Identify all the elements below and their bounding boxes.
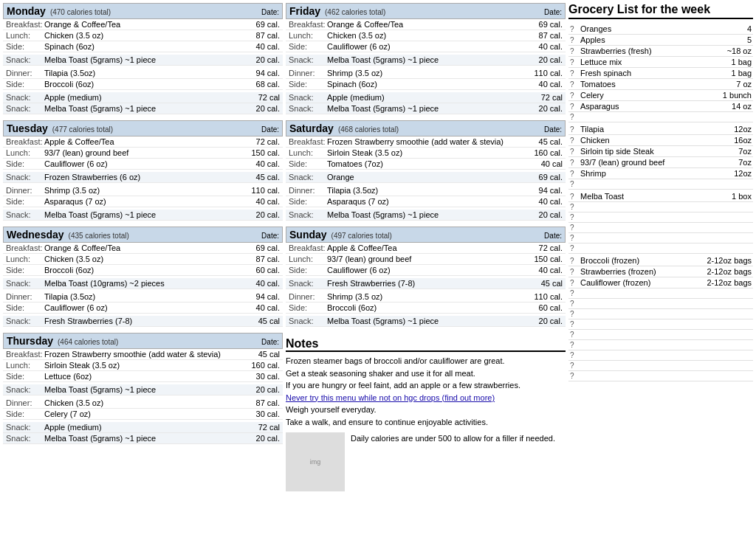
grocery-qty: 2-12oz bags [707, 256, 752, 265]
notes-link[interactable]: Never try this menu while not on hgc dro… [286, 393, 495, 402]
meal-cal: 40 cal. [527, 197, 563, 206]
meal-cal: 20 cal. [527, 104, 563, 113]
grocery-item: ? Broccoli (frozen) 2-12oz bags [568, 255, 753, 266]
meal-row: Side: Celery (7 oz) 30 cal. [3, 409, 283, 420]
grocery-name: Celery [580, 91, 707, 100]
grocery-item: ? [568, 299, 753, 309]
meal-cal: 69 cal. [244, 20, 280, 29]
meal-label: Side: [289, 266, 327, 274]
thursday-date: Date: [261, 338, 279, 346]
meal-cal: 110 cal. [244, 186, 280, 195]
meal-row: Snack: Apple (medium) 72 cal [3, 422, 283, 433]
grocery-check: ? [570, 113, 580, 121]
meal-name: Cauliflower (6 oz) [44, 303, 244, 312]
tuesday-section: Tuesday (477 calories total) Date: Break… [3, 120, 283, 221]
meal-row: Side: Broccoli (6oz) 60 cal. [286, 303, 566, 314]
meal-name: Apple (medium) [44, 93, 244, 102]
meal-row: Breakfast: Apple & Coffee/Tea 72 cal. [286, 243, 566, 254]
notes-line-3: If you are hungry or feel faint, add an … [286, 379, 566, 392]
meal-row: Dinner: Tilapia (3.5oz) 94 cal. [3, 68, 283, 79]
grocery-name: Asparagus [580, 102, 707, 111]
grocery-item: ? [568, 112, 753, 122]
meal-name: Cauliflower (6 oz) [44, 159, 244, 168]
grocery-check: ? [570, 80, 580, 89]
grocery-check: ? [570, 103, 580, 111]
notes-line-2: Get a steak seasoning shaker and use it … [286, 367, 566, 380]
meal-row: Snack: Melba Toast (5grams) ~1 piece 20 … [3, 384, 283, 395]
grocery-check: ? [570, 36, 580, 44]
meal-label: Snack: [6, 423, 44, 432]
meal-cal: 20 cal. [244, 385, 280, 394]
grocery-item: ? Strawberries (fresh) ~18 oz [568, 46, 753, 57]
meal-row: Snack: Melba Toast (5grams) ~1 piece 20 … [3, 210, 283, 221]
meal-label: Snack: [6, 55, 44, 64]
grocery-qty: 14 oz [707, 102, 752, 111]
meal-row: Dinner: Shrimp (3.5 oz) 110 cal. [3, 185, 283, 196]
meal-name: Lettuce (6oz) [44, 372, 244, 381]
grocery-check: ? [570, 203, 580, 211]
saturday-date: Date: [544, 125, 562, 134]
meal-row: Snack: Frozen Strawberries (6 oz) 45 cal… [3, 172, 283, 183]
meal-row: Dinner: Shrimp (3.5 oz) 110 cal. [286, 68, 566, 79]
grocery-frozen: ? Broccoli (frozen) 2-12oz bags ? Strawb… [568, 255, 753, 381]
meal-name: Shrimp (3.5 oz) [327, 69, 527, 77]
friday-header: Friday (462 calories total) Date: [286, 3, 566, 19]
meal-name: Apple & Coffee/Tea [327, 243, 527, 252]
meal-row: Lunch: 93/7 (lean) ground beef 150 cal. [286, 254, 566, 265]
meal-name: Apple (medium) [44, 423, 244, 432]
grocery-item: ? Tomatoes 7 oz [568, 79, 753, 90]
meal-cal: 160 cal. [527, 148, 563, 157]
meal-cal: 20 cal. [244, 104, 280, 113]
meal-cal: 87 cal. [244, 255, 280, 263]
grocery-name: Melba Toast [580, 192, 707, 201]
grocery-name: Tilapia [580, 125, 707, 134]
notes-daily: Daily calories are under 500 to allow fo… [351, 432, 555, 445]
meal-row: Side: Broccoli (6oz) 68 cal. [3, 79, 283, 90]
meal-label: Lunch: [6, 148, 44, 157]
meal-row: Side: Spinach (6oz) 40 cal. [286, 79, 566, 90]
notes-header: Notes [286, 337, 566, 352]
meal-label: Snack: [6, 279, 44, 288]
meal-name: Broccoli (6oz) [327, 303, 527, 312]
meal-cal: 69 cal. [527, 173, 563, 182]
meal-row: Side: Broccoli (6oz) 60 cal. [3, 265, 283, 276]
grocery-check: ? [570, 224, 580, 232]
meal-label: Dinner: [6, 69, 44, 77]
meal-row: Lunch: Chicken (3.5 oz) 87 cal. [286, 30, 566, 41]
column-1: Monday (470 calories total) Date: Breakf… [3, 3, 283, 491]
meal-cal: 20 cal. [527, 210, 563, 219]
grocery-name: Sirloin tip side Steak [580, 147, 707, 156]
meal-cal: 150 cal. [244, 148, 280, 157]
meal-name: Fresh Strawberries (7-8) [327, 279, 527, 288]
meal-label: Side: [6, 266, 44, 274]
meal-name: Melba Toast (5grams) ~1 piece [44, 385, 244, 394]
meal-row: Side: Cauliflower (6 oz) 40 cal. [286, 41, 566, 52]
meal-label: Lunch: [289, 255, 327, 263]
grocery-check: ? [570, 136, 580, 145]
meal-cal: 72 cal [244, 93, 280, 102]
grocery-name: Shrimp [580, 169, 707, 178]
sunday-header: Sunday (497 calories total) Date: [286, 227, 566, 243]
meal-row: Snack: Melba Toast (5grams) ~1 piece 20 … [3, 103, 283, 114]
tuesday-name: Tuesday [7, 122, 48, 134]
meal-name: Apple (medium) [327, 93, 527, 102]
friday-calories: (462 calories total) [325, 8, 385, 16]
meal-row: Dinner: Shrimp (3.5 oz) 110 cal. [286, 291, 566, 303]
grocery-item: ? 93/7 (lean) ground beef 7oz [568, 157, 753, 168]
meal-row: Breakfast: Apple & Coffee/Tea 72 cal. [3, 136, 283, 148]
notes-extra-1: Weigh yourself everyday. [286, 404, 566, 416]
monday-section: Monday (470 calories total) Date: Breakf… [3, 3, 283, 114]
meal-label: Side: [6, 372, 44, 381]
grocery-item: ? [568, 361, 753, 371]
saturday-calories: (468 calories total) [338, 125, 399, 134]
meal-row: Breakfast: Frozen Strawberry smoothie (a… [3, 349, 283, 360]
meal-label: Snack: [6, 434, 44, 443]
grocery-name: Apples [580, 35, 707, 44]
meal-name: Orange & Coffee/Tea [44, 20, 244, 29]
meal-label: Snack: [289, 93, 327, 102]
saturday-section: Saturday (468 calories total) Date: Brea… [286, 120, 566, 221]
meal-cal: 30 cal. [244, 410, 280, 418]
meal-label: Snack: [6, 93, 44, 102]
meal-name: Shrimp (3.5 oz) [327, 292, 527, 301]
meal-cal: 45 cal. [527, 137, 563, 146]
